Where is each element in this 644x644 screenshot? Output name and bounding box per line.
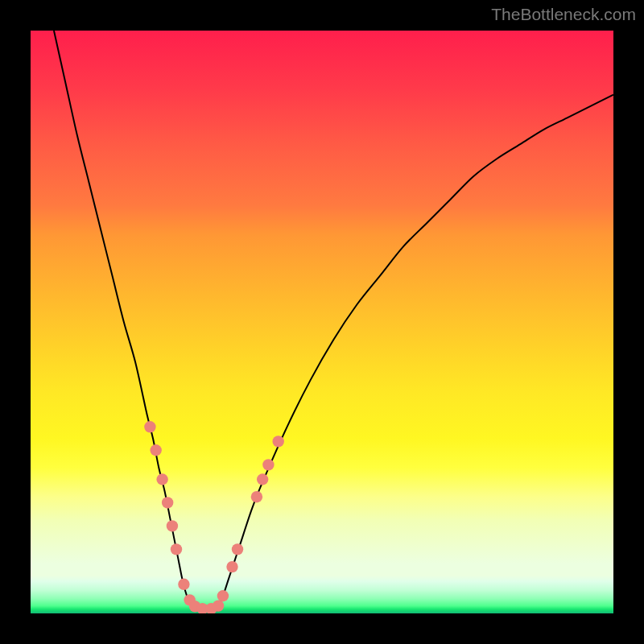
curve-right-curve — [217, 95, 613, 608]
data-marker — [273, 436, 284, 447]
curve-group — [54, 31, 613, 609]
data-marker — [257, 473, 268, 485]
data-marker — [232, 543, 243, 555]
watermark-text: TheBottleneck.com — [491, 5, 636, 24]
data-marker — [150, 444, 161, 456]
data-marker — [171, 543, 182, 555]
plot-area — [31, 31, 613, 613]
data-marker — [162, 497, 173, 508]
data-marker — [167, 520, 178, 531]
data-marker — [251, 491, 262, 502]
data-marker — [213, 600, 224, 611]
data-marker — [262, 459, 274, 470]
data-marker — [217, 590, 229, 601]
data-marker — [144, 421, 155, 432]
chart-frame: TheBottleneck.com — [0, 0, 644, 644]
data-marker — [156, 473, 167, 485]
marker-group — [144, 421, 284, 613]
data-marker — [226, 561, 237, 572]
chart-svg — [31, 31, 613, 613]
data-marker — [178, 579, 189, 590]
